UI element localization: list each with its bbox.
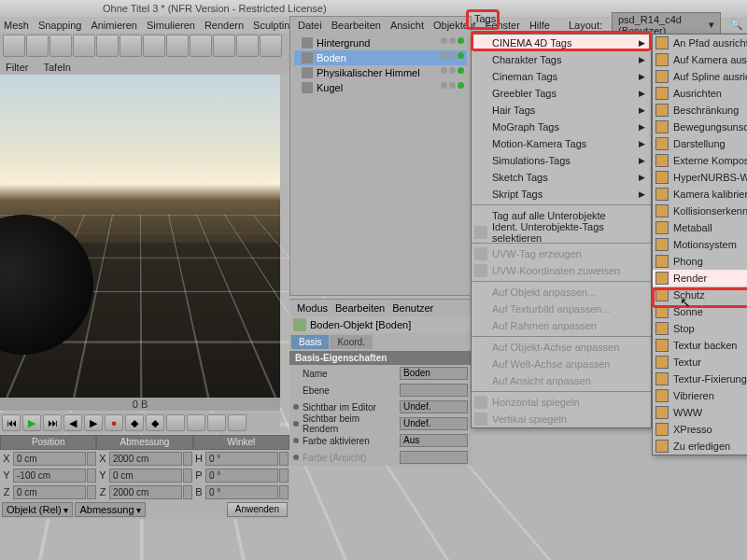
spinner[interactable] bbox=[87, 485, 96, 499]
play-button[interactable]: ▶ bbox=[22, 414, 41, 431]
submenu-item[interactable]: Externe Komposit bbox=[653, 152, 747, 169]
editor-vis-dot[interactable] bbox=[441, 82, 447, 89]
spinner[interactable] bbox=[183, 452, 192, 466]
submenu-item[interactable]: Auf Spline ausrich bbox=[653, 68, 747, 85]
key-button[interactable]: ◆ bbox=[125, 414, 144, 431]
attr-menu-bearbeiten[interactable]: Bearbeiten bbox=[335, 302, 385, 314]
goto-end-button[interactable]: ⏭ bbox=[43, 414, 62, 431]
dimension-field[interactable]: 0 cm bbox=[109, 469, 182, 483]
context-menu-item[interactable]: Greebler Tags▶ bbox=[472, 85, 651, 102]
dimension-field[interactable]: 2000 cm bbox=[109, 485, 182, 499]
viewport-3d[interactable]: 0 B bbox=[0, 75, 280, 411]
spinner[interactable] bbox=[279, 485, 289, 499]
toolbar-button[interactable] bbox=[120, 35, 142, 57]
apply-button[interactable]: Anwenden bbox=[227, 502, 288, 517]
angle-field[interactable]: 0 ° bbox=[205, 485, 278, 499]
toolbar-button[interactable] bbox=[166, 35, 189, 57]
render-vis-dot[interactable] bbox=[449, 52, 456, 59]
prop-field[interactable]: Aus bbox=[400, 434, 468, 447]
enable-dot[interactable] bbox=[458, 37, 464, 44]
coord-mode-select[interactable]: Objekt (Rel) ▾ bbox=[2, 502, 73, 517]
menu-mesh[interactable]: Mesh bbox=[4, 20, 29, 31]
spinner[interactable] bbox=[279, 452, 289, 466]
submenu-item[interactable]: Motionsystem bbox=[653, 236, 747, 253]
menu-rendern[interactable]: Rendern bbox=[204, 20, 244, 31]
render-vis-dot[interactable] bbox=[449, 82, 456, 89]
spinner[interactable] bbox=[87, 469, 96, 483]
toolbar-button[interactable] bbox=[49, 35, 72, 57]
submenu-item[interactable]: Textur backen bbox=[653, 337, 747, 354]
obj-menu-bearbeiten[interactable]: Bearbeiten bbox=[331, 20, 381, 31]
autokey-button[interactable]: ◆ bbox=[146, 414, 164, 431]
enable-dot[interactable] bbox=[458, 82, 464, 89]
context-menu-item[interactable]: Simulations-Tags▶ bbox=[472, 152, 651, 169]
transport-button[interactable] bbox=[228, 414, 247, 431]
position-field[interactable]: 0 cm bbox=[13, 452, 86, 466]
submenu-item[interactable]: Schutz bbox=[653, 287, 747, 303]
editor-vis-dot[interactable] bbox=[441, 37, 447, 44]
spinner[interactable] bbox=[87, 452, 96, 466]
obj-menu-ansicht[interactable]: Ansicht bbox=[390, 20, 424, 31]
submenu-item[interactable]: Auf Kamera ausric bbox=[653, 51, 747, 68]
submenu-item[interactable]: An Pfad ausrichten bbox=[653, 35, 747, 51]
record-button[interactable]: ● bbox=[105, 414, 123, 431]
attr-menu-benutzer[interactable]: Benutzer bbox=[392, 302, 433, 314]
attr-menu-modus[interactable]: Modus bbox=[297, 302, 328, 314]
submenu-item[interactable]: Zu erledigen bbox=[653, 438, 747, 455]
toolbar-button[interactable] bbox=[26, 35, 49, 57]
toolbar-button[interactable] bbox=[3, 35, 25, 57]
context-menu-item[interactable]: Cineman Tags▶ bbox=[472, 68, 651, 85]
dimension-field[interactable]: 2000 cm bbox=[109, 452, 182, 466]
goto-start-button[interactable]: ⏮ bbox=[2, 414, 21, 431]
search-icon[interactable]: 🔍 bbox=[730, 19, 743, 32]
submenu-item[interactable]: Ausrichten bbox=[653, 85, 747, 102]
context-menu-item[interactable]: MoGraph Tags▶ bbox=[472, 119, 651, 135]
submenu-item[interactable]: Textur-Fixierung bbox=[653, 371, 747, 387]
submenu-item[interactable]: Bewegungsunschä bbox=[653, 119, 747, 135]
editor-vis-dot[interactable] bbox=[441, 52, 447, 59]
submenu-item[interactable]: XPresso bbox=[653, 421, 747, 438]
submenu-item[interactable]: Vibrieren bbox=[653, 387, 747, 404]
menu-hilfe[interactable]: Hilfe bbox=[529, 20, 550, 31]
toolbar-button[interactable] bbox=[73, 35, 95, 57]
context-menu-item[interactable]: Motion-Kamera Tags▶ bbox=[472, 135, 651, 152]
submenu-item[interactable]: HyperNURBS-Wich bbox=[653, 169, 747, 186]
submenu-item[interactable]: Darstellung bbox=[653, 135, 747, 152]
angle-field[interactable]: 0 ° bbox=[205, 452, 278, 466]
transport-button[interactable] bbox=[207, 414, 226, 431]
prop-field[interactable] bbox=[400, 384, 468, 397]
obj-menu-tags[interactable]: Tags bbox=[474, 13, 496, 24]
next-frame-button[interactable]: ▶ bbox=[84, 414, 103, 431]
submenu-item[interactable]: Stop bbox=[653, 320, 747, 337]
toolbar-button[interactable] bbox=[96, 35, 119, 57]
toolbar-button[interactable] bbox=[260, 35, 282, 57]
context-menu-item[interactable]: Hair Tags▶ bbox=[472, 102, 651, 119]
toolbar-button[interactable] bbox=[236, 35, 259, 57]
context-menu-item[interactable]: Skript Tags▶ bbox=[472, 186, 651, 203]
spinner[interactable] bbox=[183, 469, 192, 483]
menu-snapping[interactable]: Snapping bbox=[38, 20, 82, 31]
transport-button[interactable] bbox=[187, 414, 205, 431]
spinner[interactable] bbox=[279, 469, 289, 483]
toolbar-button[interactable] bbox=[213, 35, 235, 57]
submenu-item[interactable]: Phong bbox=[653, 253, 747, 270]
prop-field[interactable] bbox=[400, 451, 468, 464]
editor-vis-dot[interactable] bbox=[441, 67, 447, 74]
obj-menu-objekte[interactable]: Objekte bbox=[433, 20, 469, 31]
prop-field[interactable]: Boden bbox=[400, 367, 468, 380]
prop-field[interactable]: Undef. bbox=[400, 417, 468, 430]
submenu-item[interactable]: Beschränkung bbox=[653, 102, 747, 119]
submenu-item[interactable]: Metaball bbox=[653, 219, 747, 236]
dim-mode-select[interactable]: Abmessung ▾ bbox=[75, 502, 146, 517]
tab-basis[interactable]: Basis bbox=[291, 335, 329, 349]
transport-button[interactable] bbox=[166, 414, 185, 431]
submenu-item[interactable]: WWW bbox=[653, 404, 747, 421]
submenu-item[interactable]: Sonne bbox=[653, 303, 747, 320]
prop-field[interactable]: Undef. bbox=[400, 400, 468, 413]
obj-menu-datei[interactable]: Datei bbox=[298, 20, 322, 31]
render-vis-dot[interactable] bbox=[449, 37, 456, 44]
position-field[interactable]: 0 cm bbox=[13, 485, 86, 499]
context-menu-item[interactable]: Ident. Unterobjekte-Tags selektieren bbox=[472, 224, 651, 241]
render-vis-dot[interactable] bbox=[449, 67, 456, 74]
submenu-item[interactable]: Textur bbox=[653, 354, 747, 371]
